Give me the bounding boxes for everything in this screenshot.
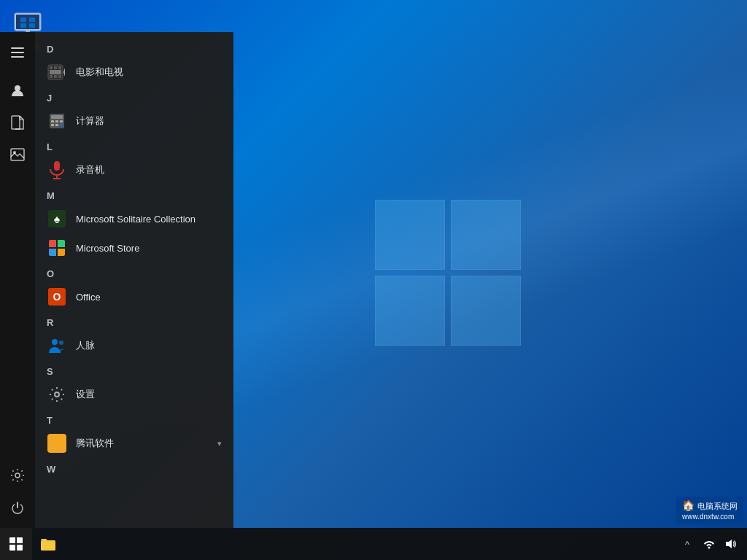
start-menu: D 电影和电视 [0,32,233,528]
app-name-movies: 电影和电视 [76,66,123,79]
system-tray: ^ [677,528,741,560]
sidebar-power-button[interactable] [3,493,32,522]
office-icon: O [47,287,67,307]
section-o: O [35,262,233,282]
svg-rect-9 [12,116,20,129]
settings-app-icon [47,384,67,405]
svg-rect-1 [16,15,39,29]
app-name-recorder: 录音机 [76,163,104,176]
svg-rect-7 [29,23,35,28]
svg-rect-28 [55,124,58,126]
app-item-tencent[interactable]: 腾讯软件 ▾ [35,429,233,458]
watermark-url: www.dnxtw.com [682,513,734,521]
section-l: L [35,136,233,155]
svg-rect-5 [29,18,35,22]
svg-rect-15 [54,66,57,69]
app-item-recorder[interactable]: 录音机 [35,155,233,184]
ham-line-3 [11,56,24,58]
section-w: W [35,458,233,478]
svg-point-11 [13,151,16,154]
tray-chevron[interactable]: ^ [677,528,697,560]
app-name-settings: 设置 [76,388,95,401]
svg-rect-38 [50,437,63,450]
app-item-settings[interactable]: 设置 [35,380,233,409]
section-r: R [35,311,233,331]
calculator-icon [47,111,67,131]
app-name-office: Office [76,292,101,303]
taskbar-right: ^ [677,528,747,560]
svg-rect-29 [60,124,63,126]
app-name-tencent: 腾讯软件 [76,437,114,450]
tencent-icon [47,433,67,454]
svg-rect-23 [51,115,63,119]
section-t: T [35,409,233,429]
app-item-office[interactable]: O Office [35,282,233,311]
svg-rect-27 [51,124,54,126]
app-name-people: 人脉 [76,339,95,352]
section-m: M [35,184,233,204]
solitaire-icon: ♠ [47,209,67,229]
svg-rect-16 [58,66,61,69]
film-icon [47,62,67,82]
app-name-solitaire: Microsoft Solitaire Collection [76,214,196,225]
app-name-calculator: 计算器 [76,114,104,128]
svg-point-12 [15,473,20,478]
volume-tray-icon[interactable] [721,528,741,560]
app-item-people[interactable]: 人脉 [35,331,233,360]
people-icon [47,335,67,356]
svg-text:♠: ♠ [54,213,61,225]
svg-rect-30 [54,161,60,171]
ham-line-1 [11,47,24,49]
tencent-row: 腾讯软件 ▾ [76,437,222,450]
sidebar-photos-button[interactable] [3,140,32,169]
store-icon [47,238,67,258]
section-s: S [35,360,233,380]
svg-rect-14 [50,66,53,69]
sidebar-settings-button[interactable] [3,461,32,490]
watermark-line1: 🏠 [682,499,697,511]
svg-point-35 [52,339,58,345]
start-sidebar [0,32,35,528]
sidebar-user-button[interactable] [3,76,32,105]
svg-rect-4 [20,18,26,22]
svg-rect-26 [60,120,63,122]
app-list[interactable]: D 电影和电视 [35,32,233,528]
watermark: 🏠 电脑系统网 www.dnxtw.com [676,497,743,524]
hamburger-button[interactable] [3,38,32,67]
app-item-solitaire[interactable]: ♠ Microsoft Solitaire Collection [35,204,233,233]
app-name-store: Microsoft Store [76,243,139,254]
start-sidebar-bottom [3,461,32,522]
section-d: D [35,38,233,58]
app-item-store[interactable]: Microsoft Store [35,233,233,262]
svg-rect-17 [50,75,53,78]
app-item-calculator[interactable]: 计算器 [35,106,233,136]
sidebar-file-button[interactable] [3,108,32,137]
svg-point-37 [55,392,59,397]
svg-point-36 [59,341,63,345]
svg-rect-20 [50,70,61,74]
watermark-text: 电脑系统网 [697,502,738,510]
svg-rect-25 [55,120,58,122]
taskbar: ^ [0,528,747,560]
windows-flag-icon [9,537,23,551]
ham-line-2 [11,52,24,53]
microphone-icon [47,160,67,180]
app-item-movies[interactable]: 电影和电视 [35,58,233,87]
svg-rect-18 [54,75,57,78]
svg-rect-19 [58,75,61,78]
svg-rect-24 [51,120,54,122]
desktop: 此电脑 [0,0,747,560]
tencent-expand-arrow[interactable]: ▾ [217,439,222,448]
start-button[interactable] [0,528,32,560]
section-j: J [35,87,233,106]
tray-chevron-symbol: ^ [685,539,689,550]
svg-marker-41 [726,540,732,548]
svg-marker-21 [63,68,65,77]
svg-point-40 [708,547,711,549]
network-tray-icon[interactable] [699,528,719,560]
svg-point-8 [15,85,20,91]
svg-rect-6 [20,23,26,28]
windows-logo-desktop [375,200,521,346]
file-explorer-taskbar-button[interactable] [32,528,64,560]
